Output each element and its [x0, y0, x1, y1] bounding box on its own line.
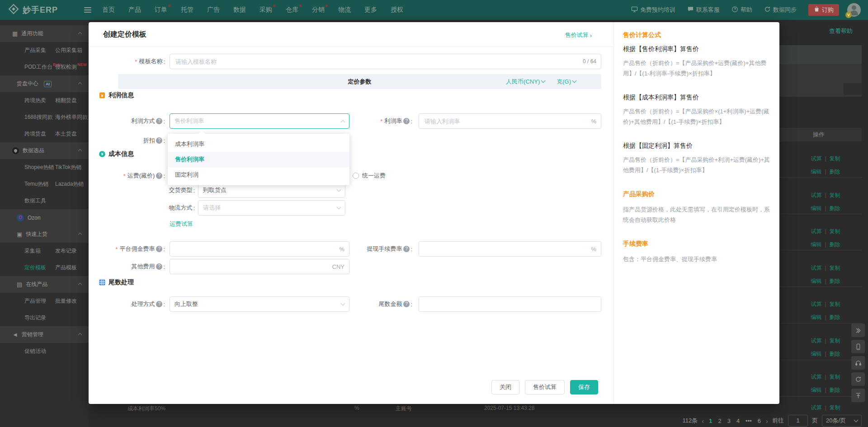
trial-link[interactable]: 试算	[811, 192, 821, 198]
sidebar-item[interactable]: 发布记录	[55, 247, 77, 255]
refresh-icon[interactable]	[851, 372, 865, 386]
sidebar-item[interactable]: 定价模板	[24, 264, 46, 272]
page-number[interactable]: •••	[745, 418, 753, 424]
nav-menu-item[interactable]: 采购	[259, 6, 272, 14]
nav-menu-item[interactable]: 更多	[364, 6, 377, 14]
collapse-icon[interactable]	[851, 324, 865, 337]
nav-menu-item[interactable]: 产品	[128, 6, 141, 14]
edit-link[interactable]: 编辑	[811, 314, 821, 320]
sidebar-item[interactable]: 1688搜同款	[24, 113, 53, 121]
nav-menu-item[interactable]: 仓库	[286, 6, 298, 14]
sidebar-section-label[interactable]: 在线产品	[26, 281, 47, 288]
sidebar-item[interactable]: Lazada热销	[55, 180, 84, 188]
edit-link[interactable]: 编辑	[811, 241, 821, 248]
edit-link[interactable]: 编辑	[811, 387, 821, 393]
nav-right-item[interactable]: 联系客服	[687, 6, 720, 14]
collapse-caret-icon[interactable]	[78, 283, 82, 286]
nav-menu-item[interactable]: 托管	[181, 6, 193, 14]
collapse-caret-icon[interactable]	[78, 32, 82, 36]
delete-link[interactable]: 删除	[830, 205, 840, 211]
edit-link[interactable]: 编辑	[811, 205, 821, 211]
sidebar-item[interactable]: 促销活动	[24, 347, 46, 355]
close-button[interactable]: 关闭	[491, 380, 519, 394]
backtop-icon[interactable]	[851, 389, 865, 402]
copy-link[interactable]: 复制	[830, 301, 840, 307]
page-number[interactable]: 2	[717, 418, 722, 424]
collapse-caret-icon[interactable]	[78, 149, 82, 153]
withdraw-fee-input[interactable]: %	[419, 241, 601, 257]
price-trial-header-link[interactable]: 售价试算›	[565, 31, 592, 39]
nav-right-item[interactable]: 数据同步	[764, 6, 797, 14]
trial-link[interactable]: 试算	[811, 301, 821, 307]
delete-link[interactable]: 删除	[830, 314, 840, 320]
question-icon[interactable]: ?	[403, 118, 410, 124]
question-icon[interactable]: ?	[403, 246, 410, 252]
prev-page-icon[interactable]: ‹	[702, 417, 704, 425]
question-icon[interactable]: ?	[156, 118, 162, 124]
sidebar-item[interactable]: 采集箱	[24, 247, 41, 255]
trial-link[interactable]: 试算	[811, 228, 821, 235]
dropdown-option[interactable]: 售价利润率	[168, 152, 349, 167]
nav-menu-item[interactable]: 授权	[391, 6, 403, 14]
template-name-input[interactable]: 0 / 64	[170, 54, 601, 69]
page-number[interactable]: 3	[726, 418, 731, 424]
sidebar-item[interactable]: 批量修改	[55, 297, 77, 305]
sidebar-section-label[interactable]: 货盘中心	[17, 80, 38, 88]
nav-menu-item[interactable]: 分销	[312, 6, 325, 14]
collapse-caret-icon[interactable]	[78, 333, 82, 337]
edit-link[interactable]: 编辑	[811, 278, 821, 284]
nav-menu-item[interactable]: 广告	[207, 6, 220, 14]
question-icon[interactable]: ?	[403, 301, 410, 307]
sidebar-item[interactable]: Temu热销	[24, 180, 48, 188]
next-page-icon[interactable]: ›	[766, 417, 768, 425]
price-trial-button[interactable]: 售价试算	[525, 380, 565, 394]
trial-link[interactable]: 试算	[811, 155, 821, 162]
nav-right-item[interactable]: 帮助	[731, 6, 752, 14]
sidebar-item[interactable]: 产品模板	[55, 264, 77, 272]
sidebar-section-label[interactable]: 快速上货	[26, 230, 47, 238]
delete-link[interactable]: 删除	[830, 387, 840, 393]
view-help-link[interactable]: 查看帮助	[829, 27, 853, 35]
sidebar-item[interactable]: 跨境货盘	[24, 130, 46, 138]
sidebar-section-label[interactable]: 通用功能	[21, 30, 43, 38]
nav-right-item[interactable]: 免费预约培训	[631, 6, 675, 14]
delete-link[interactable]: 删除	[830, 351, 840, 357]
sidebar-section-label[interactable]: 营销管理	[22, 331, 43, 338]
copy-link[interactable]: 复制	[830, 338, 840, 344]
sidebar-item[interactable]: 公用采集箱	[55, 47, 82, 54]
page-jump-input[interactable]: 1	[788, 415, 808, 427]
question-icon[interactable]: ?	[156, 301, 162, 307]
copy-link[interactable]: 复制	[830, 265, 840, 271]
save-button[interactable]: 保存	[570, 380, 598, 394]
sidebar-item[interactable]: Shopee热销	[24, 164, 54, 171]
sidebar-item[interactable]: 本土货盘	[55, 130, 77, 138]
sidebar-item[interactable]: 精翻货盘	[55, 97, 77, 104]
avatar[interactable]: V	[847, 3, 861, 17]
edit-link[interactable]: 编辑	[811, 351, 821, 357]
menu-toggle-icon[interactable]	[84, 7, 91, 13]
trial-link[interactable]: 试算	[811, 374, 821, 380]
currency-select[interactable]: 人民币(CNY)	[506, 78, 545, 86]
weight-unit-select[interactable]: 克(G)	[557, 78, 576, 86]
page-size-select[interactable]: 20条/页	[822, 415, 862, 427]
question-icon[interactable]: ?	[156, 137, 162, 144]
page-number[interactable]: 1	[708, 418, 713, 424]
sidebar-item[interactable]: 跨境热卖	[24, 97, 46, 104]
nav-menu-item[interactable]: 物流	[338, 6, 351, 14]
mobile-icon[interactable]	[851, 340, 865, 353]
freight-trial-link[interactable]: 运费试算	[170, 220, 193, 228]
app-logo[interactable]: 妙手ERP	[0, 4, 81, 16]
other-fee-input[interactable]: CNY	[170, 259, 349, 274]
copy-link[interactable]: 复制	[830, 228, 840, 235]
sidebar-item[interactable]: 导出记录	[24, 314, 46, 322]
copy-link[interactable]: 复制	[830, 155, 840, 162]
sidebar-item[interactable]: 产品管理	[24, 297, 46, 305]
dropdown-option[interactable]: 成本利润率	[168, 136, 349, 152]
sidebar-item[interactable]: 产品采集	[24, 47, 46, 54]
nav-menu-item[interactable]: 首页	[102, 6, 115, 14]
sidebar-section-label[interactable]: Ozon	[28, 215, 41, 221]
delete-link[interactable]: 删除	[830, 278, 840, 284]
headset-icon[interactable]	[851, 356, 865, 370]
sidebar-item[interactable]: 海外榜单同款	[55, 113, 88, 121]
page-number[interactable]: 6	[757, 418, 762, 424]
